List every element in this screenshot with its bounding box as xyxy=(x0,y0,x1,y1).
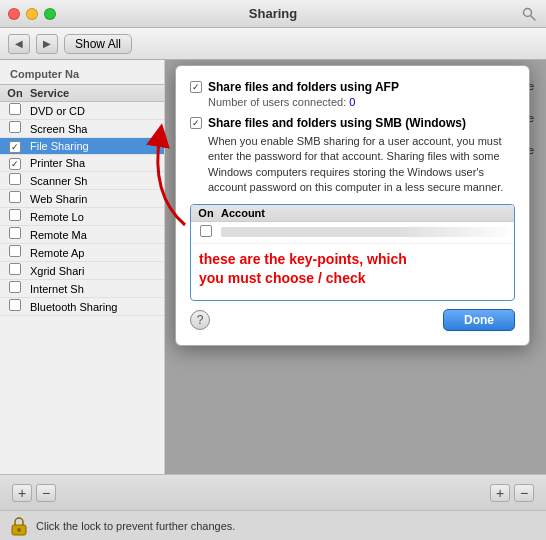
service-checkbox-0[interactable] xyxy=(9,103,21,115)
svg-point-0 xyxy=(524,8,532,16)
lock-icon[interactable] xyxy=(10,516,28,536)
afp-label: Share files and folders using AFP xyxy=(208,80,399,94)
column-on-header: On xyxy=(0,87,30,99)
service-label-11: Bluetooth Sharing xyxy=(30,301,164,313)
dialog-buttons: ? Done xyxy=(190,309,515,331)
account-name-1 xyxy=(221,227,514,237)
service-checkbox-2[interactable] xyxy=(9,141,21,153)
service-row-5[interactable]: Web Sharin xyxy=(0,190,164,208)
forward-button[interactable]: ▶ xyxy=(36,34,58,54)
accounts-table: On Account these are the key-points, whi… xyxy=(190,204,515,301)
service-checkbox-6[interactable] xyxy=(9,209,21,221)
smb-dialog: Share files and folders using AFP Number… xyxy=(175,65,530,346)
lock-bar: Click the lock to prevent further change… xyxy=(0,510,546,540)
service-label-2: File Sharing xyxy=(30,140,164,152)
lock-text: Click the lock to prevent further change… xyxy=(36,520,235,532)
smb-label: Share files and folders using SMB (Windo… xyxy=(208,116,466,130)
smb-overlay: Share files and folders using AFP Number… xyxy=(165,60,546,474)
service-label-4: Scanner Sh xyxy=(30,175,164,187)
right-panel: Share files and folders using AFP Number… xyxy=(165,60,546,474)
afp-row: Share files and folders using AFP xyxy=(190,80,515,94)
svg-point-3 xyxy=(17,528,21,532)
service-row-0[interactable]: DVD or CD xyxy=(0,102,164,120)
service-checkbox-7[interactable] xyxy=(9,227,21,239)
service-checkbox-9[interactable] xyxy=(9,263,21,275)
service-row-8[interactable]: Remote Ap xyxy=(0,244,164,262)
service-row-9[interactable]: Xgrid Shari xyxy=(0,262,164,280)
service-label-6: Remote Lo xyxy=(30,211,164,223)
remove-share-button[interactable]: − xyxy=(514,484,534,502)
column-service-header: Service xyxy=(30,87,164,99)
service-row-7[interactable]: Remote Ma xyxy=(0,226,164,244)
service-checkbox-1[interactable] xyxy=(9,121,21,133)
service-checkbox-11[interactable] xyxy=(9,299,21,311)
share-controls: + − xyxy=(490,484,534,502)
smb-row: Share files and folders using SMB (Windo… xyxy=(190,116,515,130)
users-count: 0 xyxy=(349,96,355,108)
service-checkbox-5[interactable] xyxy=(9,191,21,203)
service-checkbox-10[interactable] xyxy=(9,281,21,293)
computer-name-header: Computer Na xyxy=(0,60,164,84)
smb-description: When you enable SMB sharing for a user a… xyxy=(208,134,515,196)
service-label-8: Remote Ap xyxy=(30,247,164,259)
window-title: Sharing xyxy=(249,6,297,21)
service-row-10[interactable]: Internet Sh xyxy=(0,280,164,298)
add-share-button[interactable]: + xyxy=(490,484,510,502)
service-table-header: On Service xyxy=(0,84,164,102)
afp-checkbox[interactable] xyxy=(190,81,202,93)
computer-name-label: Computer Na xyxy=(10,68,79,80)
service-row-2[interactable]: File Sharing xyxy=(0,138,164,155)
service-label-0: DVD or CD xyxy=(30,105,164,117)
remove-service-button[interactable]: − xyxy=(36,484,56,502)
main-content: Computer Na On Service DVD or CDScreen S… xyxy=(0,60,546,474)
accounts-col-account: Account xyxy=(221,207,514,219)
key-points-annotation: these are the key-points, which you must… xyxy=(199,250,514,289)
service-row-1[interactable]: Screen Sha xyxy=(0,120,164,138)
service-row-6[interactable]: Remote Lo xyxy=(0,208,164,226)
accounts-col-on: On xyxy=(191,207,221,219)
service-rows: DVD or CDScreen ShaFile SharingPrinter S… xyxy=(0,102,164,316)
service-label-5: Web Sharin xyxy=(30,193,164,205)
service-label-1: Screen Sha xyxy=(30,123,164,135)
maximize-button[interactable] xyxy=(44,8,56,20)
account-checkbox-1[interactable] xyxy=(200,225,212,237)
traffic-lights xyxy=(8,8,56,20)
sidebar-controls: + − xyxy=(12,484,56,502)
title-bar: Sharing xyxy=(0,0,546,28)
bottom-bar: + − + − xyxy=(0,474,546,510)
back-button[interactable]: ◀ xyxy=(8,34,30,54)
minimize-button[interactable] xyxy=(26,8,38,20)
service-checkbox-3[interactable] xyxy=(9,158,21,170)
service-label-3: Printer Sha xyxy=(30,157,164,169)
service-label-7: Remote Ma xyxy=(30,229,164,241)
accounts-space: these are the key-points, which you must… xyxy=(191,250,514,300)
service-checkbox-8[interactable] xyxy=(9,245,21,257)
accounts-header: On Account xyxy=(191,205,514,222)
sidebar: Computer Na On Service DVD or CDScreen S… xyxy=(0,60,165,474)
service-row-4[interactable]: Scanner Sh xyxy=(0,172,164,190)
toolbar: ◀ ▶ Show All xyxy=(0,28,546,60)
add-service-button[interactable]: + xyxy=(12,484,32,502)
help-button[interactable]: ? xyxy=(190,310,210,330)
service-label-9: Xgrid Shari xyxy=(30,265,164,277)
service-table: On Service DVD or CDScreen ShaFile Shari… xyxy=(0,84,164,474)
smb-checkbox[interactable] xyxy=(190,117,202,129)
service-checkbox-4[interactable] xyxy=(9,173,21,185)
close-button[interactable] xyxy=(8,8,20,20)
search-icon[interactable] xyxy=(520,5,538,23)
show-all-button[interactable]: Show All xyxy=(64,34,132,54)
users-connected: Number of users connected: 0 xyxy=(208,96,515,108)
done-button[interactable]: Done xyxy=(443,309,515,331)
service-row-3[interactable]: Printer Sha xyxy=(0,155,164,172)
service-row-11[interactable]: Bluetooth Sharing xyxy=(0,298,164,316)
service-label-10: Internet Sh xyxy=(30,283,164,295)
accounts-row-1[interactable] xyxy=(191,222,514,244)
svg-line-1 xyxy=(531,16,535,20)
